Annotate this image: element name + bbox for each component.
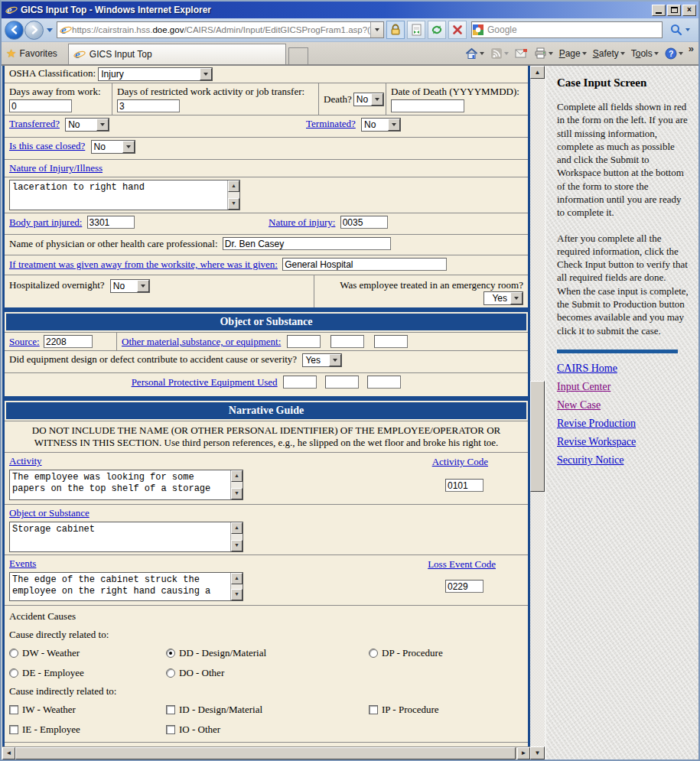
search-button[interactable] — [665, 21, 695, 39]
nature-textarea[interactable]: laceration to right hand ▲▼ — [9, 180, 240, 210]
loss-event-code-link[interactable]: Loss Event Code — [428, 558, 496, 571]
favorites-button[interactable]: Favorites — [19, 48, 57, 59]
scroll-down-icon[interactable]: ▼ — [231, 488, 243, 499]
address-input[interactable]: e https://cairstrain.hss.doe.gov/CAIRS/A… — [57, 21, 384, 38]
stop-button[interactable] — [448, 21, 467, 39]
scroll-up-icon[interactable]: ▲ — [231, 470, 243, 482]
recent-pages-dropdown[interactable] — [47, 28, 53, 32]
body-part-input[interactable] — [87, 216, 135, 229]
sidebar-link-new-case[interactable]: New Case — [557, 399, 601, 411]
days-restricted-input[interactable] — [117, 99, 180, 112]
nature-of-injury-link[interactable]: Nature of injury: — [269, 216, 335, 228]
scroll-down-icon[interactable]: ▼ — [530, 746, 545, 759]
days-away-input[interactable] — [9, 99, 72, 112]
date-of-death-input[interactable] — [391, 99, 464, 112]
other-material-link[interactable]: Other material,substance, or equipment: — [122, 336, 281, 347]
minimize-button[interactable] — [652, 5, 666, 16]
source-input[interactable] — [44, 335, 93, 348]
scroll-down-icon[interactable]: ▼ — [231, 540, 243, 551]
textarea-scrollbar[interactable]: ▲▼ — [230, 522, 243, 551]
sidebar-link-security-notice[interactable]: Security Notice — [557, 454, 623, 466]
emergency-room-select[interactable]: Yes — [483, 291, 523, 305]
back-button[interactable] — [5, 21, 24, 40]
close-button[interactable]: × — [682, 5, 696, 16]
sidebar-link-input-center[interactable]: Input Center — [557, 381, 610, 392]
radio-de-employee[interactable]: DE - Employee — [9, 667, 166, 679]
body-part-link[interactable]: Body part injured: — [9, 216, 82, 228]
read-mail-button[interactable] — [513, 47, 530, 60]
radio-dw-weather[interactable]: DW - Weather — [9, 647, 166, 659]
scroll-right-icon[interactable]: ► — [517, 747, 530, 759]
vertical-scroll-thumb[interactable] — [530, 381, 545, 492]
textarea-scrollbar[interactable]: ▲▼ — [227, 180, 239, 210]
sidebar-link-revise-workspace[interactable]: Revise Workspace — [557, 436, 636, 447]
checkbox-io-other[interactable]: IO - Other — [166, 724, 220, 736]
scroll-up-icon[interactable]: ▲ — [530, 66, 545, 79]
case-closed-select[interactable]: No — [91, 140, 135, 154]
events-textarea[interactable]: The edge of the cabinet struck the emplo… — [9, 572, 243, 601]
ppe-link[interactable]: Personal Protective Equipment Used — [132, 376, 278, 388]
case-closed-link[interactable]: Is this case closed? — [9, 140, 85, 151]
transferred-select[interactable]: No — [65, 118, 109, 132]
horizontal-scrollbar[interactable]: ◄ ► — [2, 746, 530, 759]
textarea-scrollbar[interactable]: ▲▼ — [230, 573, 243, 600]
loss-event-code-input[interactable] — [445, 580, 483, 593]
death-select[interactable]: No — [353, 93, 384, 106]
terminated-link[interactable]: Terminated? — [306, 118, 356, 129]
activity-textarea[interactable]: The employee was looking for some papers… — [9, 470, 243, 500]
safety-menu[interactable]: Safety — [591, 47, 627, 60]
refresh-button[interactable] — [428, 21, 446, 39]
source-link[interactable]: Source: — [9, 336, 40, 347]
transferred-link[interactable]: Transferred? — [9, 118, 60, 129]
textarea-scrollbar[interactable]: ▲▼ — [230, 470, 243, 499]
treatment-away-input[interactable] — [282, 258, 447, 271]
home-button[interactable] — [463, 46, 487, 61]
nature-of-injury-illness-link[interactable]: Nature of Injury/Illness — [9, 162, 103, 174]
nature-of-injury-input[interactable] — [340, 216, 388, 229]
scroll-left-icon[interactable]: ◄ — [2, 747, 15, 759]
feeds-button[interactable] — [488, 46, 511, 61]
sidebar-link-cairs-home[interactable]: CAIRS Home — [557, 363, 617, 374]
hospitalized-select[interactable]: No — [110, 279, 150, 293]
conditions-link[interactable]: a. Conditions. — [9, 745, 65, 746]
tab-gics-input-top[interactable]: e GICS Input Top — [68, 44, 286, 64]
ppe-input-2[interactable] — [325, 376, 359, 389]
scroll-down-icon[interactable]: ▼ — [231, 589, 243, 600]
address-dropdown-button[interactable] — [370, 22, 383, 37]
checkbox-ip-procedure[interactable]: IP - Procedure — [369, 704, 439, 716]
scroll-up-icon[interactable]: ▲ — [231, 522, 243, 534]
new-tab-button[interactable] — [288, 47, 308, 64]
radio-dd-design-material[interactable]: DD - Design/Material — [166, 647, 369, 659]
page-menu[interactable]: PPageage — [557, 47, 589, 60]
ppe-input-1[interactable] — [283, 376, 317, 389]
ppe-input-3[interactable] — [367, 376, 401, 389]
activity-code-link[interactable]: Activity Code — [432, 456, 488, 468]
checkbox-ie-employee[interactable]: IE - Employee — [9, 724, 166, 736]
other-material-input-1[interactable] — [287, 335, 321, 348]
physician-input[interactable] — [223, 237, 391, 250]
activity-link[interactable]: Activity — [9, 455, 42, 467]
print-button[interactable] — [532, 46, 555, 60]
forward-button[interactable] — [24, 21, 44, 40]
security-lock-icon[interactable] — [386, 21, 405, 39]
events-link[interactable]: Events — [9, 558, 36, 569]
checkbox-id-design-material[interactable]: ID - Design/Material — [166, 704, 369, 716]
other-material-input-3[interactable] — [374, 335, 408, 348]
tools-menu[interactable]: Tools — [629, 47, 661, 60]
search-input[interactable]: Google — [471, 21, 663, 38]
scroll-down-icon[interactable]: ▼ — [228, 198, 239, 210]
radio-dp-procedure[interactable]: DP - Procedure — [369, 647, 443, 659]
object-substance-textarea[interactable]: Storage cabinet ▲▼ — [9, 522, 243, 552]
vertical-scrollbar[interactable]: ▲ ▼ — [530, 66, 545, 759]
equipment-defect-select[interactable]: Yes — [302, 353, 342, 367]
help-button[interactable]: ? — [663, 46, 685, 61]
sidebar-link-revise-production[interactable]: Revise Production — [557, 418, 636, 429]
treatment-away-link[interactable]: If treatment was given away from the wor… — [9, 259, 278, 270]
activity-code-input[interactable] — [445, 479, 483, 492]
radio-do-other[interactable]: DO - Other — [166, 667, 224, 679]
horizontal-scroll-thumb[interactable] — [15, 747, 516, 759]
maximize-button[interactable] — [667, 5, 681, 16]
other-material-input-2[interactable] — [330, 335, 364, 348]
search-options-dropdown[interactable] — [685, 28, 690, 31]
terminated-select[interactable]: No — [361, 118, 401, 132]
